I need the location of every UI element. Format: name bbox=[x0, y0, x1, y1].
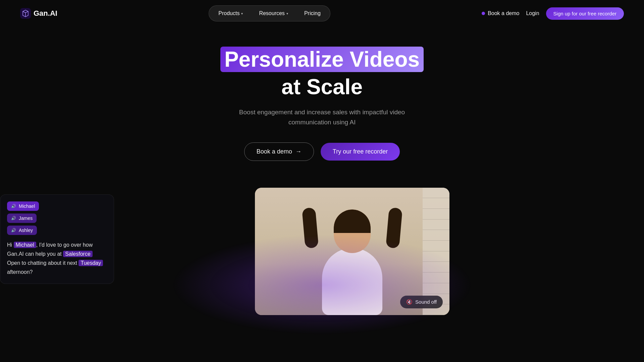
persona-panel: 🔊 Michael 🔊 James 🔊 Ashley Hi Michael, I… bbox=[0, 194, 114, 284]
nav-pricing[interactable]: Pricing bbox=[297, 8, 328, 19]
hero-section: Personalize Videos at Scale Boost engage… bbox=[0, 27, 644, 174]
hero-subtitle: Boost engagement and increase sales with… bbox=[7, 107, 637, 128]
sound-off-button[interactable]: 🔇 Sound off bbox=[400, 296, 443, 308]
hero-title-highlight: Personalize Videos bbox=[220, 47, 424, 72]
speaker-icon: 🔊 bbox=[11, 228, 16, 233]
speaker-icon: 🔊 bbox=[11, 204, 16, 208]
mute-icon: 🔇 bbox=[406, 299, 413, 305]
persona-james[interactable]: 🔊 James bbox=[7, 214, 37, 223]
signup-button[interactable]: Sign up for our free recorder bbox=[546, 7, 624, 20]
speech-name-highlight: Michael bbox=[14, 242, 36, 248]
persona-name-ashley: Ashley bbox=[19, 228, 33, 233]
video-player[interactable]: 🔇 Sound off bbox=[255, 188, 449, 315]
person-hair bbox=[334, 209, 371, 233]
persona-name-michael: Michael bbox=[19, 203, 35, 209]
blind-slat bbox=[423, 198, 449, 209]
blind-slat bbox=[423, 209, 449, 220]
hero-title-line2: at Scale bbox=[7, 74, 637, 99]
person-head bbox=[334, 209, 371, 253]
book-demo-nav-button[interactable]: Book a demo bbox=[482, 10, 519, 16]
persona-michael[interactable]: 🔊 Michael bbox=[7, 201, 39, 211]
chevron-down-icon: ▾ bbox=[241, 12, 243, 15]
navbar: Gan.AI Products ▾ Resources ▾ Pricing Bo… bbox=[0, 0, 644, 27]
person-body bbox=[322, 248, 382, 315]
nav-right: Book a demo Login Sign up for our free r… bbox=[482, 7, 624, 20]
login-button[interactable]: Login bbox=[526, 10, 539, 16]
blind-slat bbox=[423, 283, 449, 294]
try-recorder-button[interactable]: Try our free recorder bbox=[321, 143, 400, 161]
hero-buttons: Book a demo → Try our free recorder bbox=[7, 142, 637, 161]
speech-day-highlight: Tuesday bbox=[78, 260, 103, 266]
logo[interactable]: Gan.AI bbox=[20, 8, 57, 19]
arrow-right-icon: → bbox=[296, 148, 302, 155]
persona-name-james: James bbox=[19, 216, 33, 221]
blind-slat bbox=[423, 273, 449, 283]
chevron-down-icon: ▾ bbox=[286, 12, 288, 15]
nav-menu: Products ▾ Resources ▾ Pricing bbox=[209, 5, 330, 21]
person-in-video bbox=[309, 201, 396, 315]
speech-company-highlight: Salesforce bbox=[63, 251, 93, 257]
blind-slat bbox=[423, 262, 449, 273]
blind-slat bbox=[423, 220, 449, 230]
dot-icon bbox=[482, 12, 485, 15]
logo-text: Gan.AI bbox=[34, 9, 57, 18]
blind-slat bbox=[423, 230, 449, 241]
speech-text: Hi Michael, I'd love to go over how Gan.… bbox=[7, 240, 107, 277]
blind-slat bbox=[423, 241, 449, 251]
persona-ashley[interactable]: 🔊 Ashley bbox=[7, 226, 37, 235]
video-section: 🔊 Michael 🔊 James 🔊 Ashley Hi Michael, I… bbox=[0, 188, 644, 315]
persona-list: 🔊 Michael 🔊 James 🔊 Ashley bbox=[7, 201, 107, 235]
hero-title-line1: Personalize Videos bbox=[220, 47, 424, 72]
blind-slat bbox=[423, 188, 449, 198]
book-demo-button[interactable]: Book a demo → bbox=[244, 142, 314, 161]
hero-title: Personalize Videos at Scale bbox=[7, 47, 637, 99]
speaker-icon: 🔊 bbox=[11, 216, 16, 221]
nav-resources[interactable]: Resources ▾ bbox=[252, 8, 295, 19]
blind-slat bbox=[423, 251, 449, 262]
nav-products[interactable]: Products ▾ bbox=[211, 8, 250, 19]
